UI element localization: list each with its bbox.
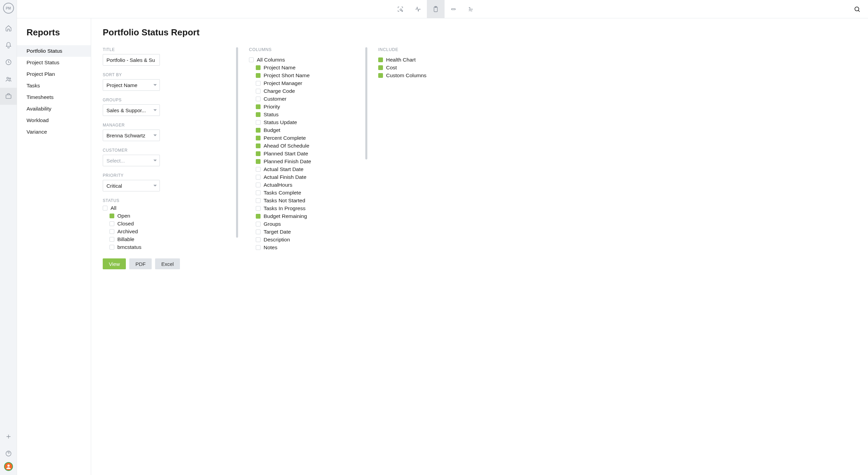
plus-icon[interactable] [0, 428, 17, 445]
chevron-down-icon [153, 160, 157, 162]
checkbox-label: Billable [117, 236, 134, 242]
checkbox-label: Customer [264, 96, 286, 102]
checkbox-label: Health Chart [386, 57, 416, 63]
checkbox-row[interactable]: Budget [256, 127, 365, 133]
link-icon[interactable] [445, 0, 462, 18]
checkbox-row[interactable]: Tasks Complete [256, 190, 365, 196]
checkbox-row[interactable]: Charge Code [256, 88, 365, 94]
checkbox-label: Open [117, 213, 130, 219]
checkbox-icon [256, 89, 261, 94]
search-icon[interactable] [850, 2, 864, 16]
checkbox-icon [256, 175, 261, 180]
checkbox-row[interactable]: bmcstatus [110, 244, 235, 250]
checkbox-row[interactable]: All Columns [249, 57, 365, 63]
sortby-select[interactable]: Project Name [103, 79, 160, 91]
user-avatar[interactable] [4, 462, 13, 471]
checkbox-row[interactable]: Actual Start Date [256, 166, 365, 172]
checkbox-label: Project Short Name [264, 72, 310, 79]
checkbox-icon [110, 221, 114, 226]
checkbox-row[interactable]: Billable [110, 236, 235, 242]
checkbox-row[interactable]: ActualHours [256, 182, 365, 188]
checkbox-row[interactable]: Customer [256, 96, 365, 102]
checkbox-label: Status Update [264, 119, 297, 125]
customer-select[interactable]: Select... [103, 155, 160, 166]
checkbox-label: Tasks In Progress [264, 205, 305, 211]
checkbox-row[interactable]: Planned Start Date [256, 151, 365, 157]
sidebar-item[interactable]: Timesheets [17, 91, 91, 103]
briefcase-icon[interactable] [0, 88, 17, 105]
checkbox-label: Project Name [264, 65, 296, 71]
checkbox-row[interactable]: Budget Remaining [256, 213, 365, 219]
checkbox-row[interactable]: Closed [110, 221, 235, 227]
sidebar-item[interactable]: Portfolio Status [17, 45, 91, 57]
title-input[interactable]: Portfolio - Sales & Su [103, 54, 160, 66]
svg-point-1 [7, 77, 9, 79]
home-icon[interactable] [0, 20, 17, 37]
checkbox-row[interactable]: Project Short Name [256, 72, 365, 79]
checkbox-row[interactable]: Actual Finish Date [256, 174, 365, 180]
scan-icon[interactable] [391, 0, 409, 18]
checkbox-row[interactable]: Planned Finish Date [256, 158, 365, 165]
scrollbar[interactable] [365, 47, 367, 159]
checkbox-label: Actual Start Date [264, 166, 303, 172]
groups-label: GROUPS [103, 98, 235, 102]
help-icon[interactable] [0, 445, 17, 462]
sidebar-item[interactable]: Variance [17, 126, 91, 138]
view-button[interactable]: View [103, 258, 126, 269]
checkbox-row[interactable]: Project Name [256, 65, 365, 71]
clock-icon[interactable] [0, 54, 17, 71]
chevron-down-icon [153, 109, 157, 111]
sidebar-item[interactable]: Availability [17, 103, 91, 115]
excel-button[interactable]: Excel [155, 258, 180, 269]
checkbox-label: Archived [117, 228, 138, 235]
checkbox-label: Budget [264, 127, 280, 133]
hierarchy-icon[interactable] [462, 0, 480, 18]
sidebar-item[interactable]: Project Plan [17, 68, 91, 80]
app-logo: PM [3, 3, 14, 14]
activity-icon[interactable] [409, 0, 427, 18]
manager-select[interactable]: Brenna Schwartz [103, 130, 160, 141]
checkbox-icon [103, 206, 107, 210]
checkbox-label: Cost [386, 65, 397, 71]
checkbox-row[interactable]: All [103, 205, 235, 211]
checkbox-label: All [111, 205, 116, 211]
checkbox-row[interactable]: Ahead Of Schedule [256, 143, 365, 149]
checkbox-row[interactable]: Custom Columns [378, 72, 467, 79]
pdf-button[interactable]: PDF [129, 258, 152, 269]
checkbox-row[interactable]: Priority [256, 104, 365, 110]
team-icon[interactable] [0, 71, 17, 88]
clipboard-icon[interactable] [427, 0, 445, 18]
checkbox-row[interactable]: Project Manager [256, 80, 365, 86]
left-nav-rail: PM [0, 0, 17, 475]
checkbox-row[interactable]: Tasks In Progress [256, 205, 365, 211]
status-label: STATUS [103, 198, 235, 203]
checkbox-row[interactable]: Description [256, 237, 365, 243]
checkbox-icon [256, 151, 261, 156]
checkbox-row[interactable]: Target Date [256, 229, 365, 235]
sidebar-item[interactable]: Workload [17, 115, 91, 126]
groups-select[interactable]: Sales & Suppor... [103, 104, 160, 116]
checkbox-row[interactable]: Status [256, 112, 365, 118]
chevron-down-icon [153, 135, 157, 136]
checkbox-row[interactable]: Health Chart [378, 57, 467, 63]
sortby-label: SORT BY [103, 72, 235, 77]
checkbox-row[interactable]: Notes [256, 244, 365, 251]
checkbox-icon [256, 143, 261, 148]
scrollbar[interactable] [236, 47, 238, 238]
checkbox-row[interactable]: Tasks Not Started [256, 198, 365, 204]
checkbox-label: Target Date [264, 229, 291, 235]
checkbox-icon [256, 230, 261, 234]
checkbox-row[interactable]: Groups [256, 221, 365, 227]
checkbox-row[interactable]: Percent Complete [256, 135, 365, 141]
bell-icon[interactable] [0, 37, 17, 54]
sidebar-item[interactable]: Project Status [17, 57, 91, 68]
checkbox-row[interactable]: Open [110, 213, 235, 219]
checkbox-row[interactable]: Archived [110, 228, 235, 235]
checkbox-icon [378, 73, 383, 78]
checkbox-icon [378, 57, 383, 62]
sidebar-item[interactable]: Tasks [17, 80, 91, 91]
checkbox-row[interactable]: Status Update [256, 119, 365, 125]
checkbox-label: Charge Code [264, 88, 295, 94]
priority-select[interactable]: Critical [103, 180, 160, 191]
checkbox-row[interactable]: Cost [378, 65, 467, 71]
